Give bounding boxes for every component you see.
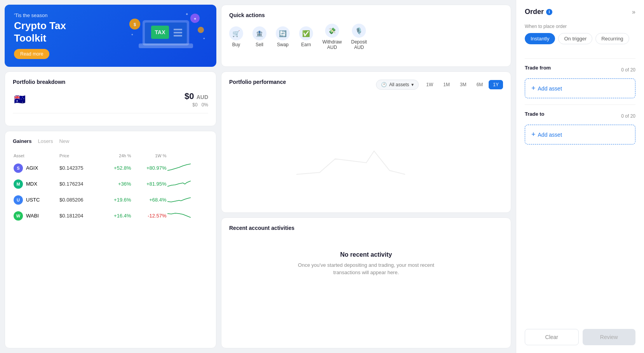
time-1w-button[interactable]: 1W [422,80,437,89]
time-1m-button[interactable]: 1M [439,80,454,89]
agix-1w: +80.97% [132,160,167,176]
clear-button[interactable]: Clear [525,329,579,345]
no-activity-title: No recent activity [340,251,392,258]
svg-text:$: $ [134,22,136,27]
add-asset-to-label: Add asset [538,132,562,138]
agix-icon: S [14,163,23,173]
svg-point-12 [198,27,204,33]
action-deposit-label: DepositAUD [351,39,367,50]
no-activity-description: Once you've started depositing and tradi… [298,261,434,276]
tab-new[interactable]: New [59,138,69,146]
action-sell-label: Sell [256,42,263,47]
asset-filter-dropdown[interactable]: 🕐 All assets ▾ [376,80,419,90]
action-buy[interactable]: 🛒 Buy [229,26,243,47]
time-6m-button[interactable]: 6M [472,80,487,89]
banner-read-more-button[interactable]: Read more [14,49,49,59]
add-asset-from-button[interactable]: + Add asset [525,78,635,98]
banner-decoration-icon: TAX $ ✦ ✦ ✦ ✦ [123,9,209,67]
time-period-buttons: 1W 1M 3M 6M 1Y [422,80,503,89]
banner-subtitle: 'Tis the season [14,12,66,18]
action-swap[interactable]: 🔄 Swap [276,26,290,47]
portfolio-change: $0 0% [184,102,208,108]
action-withdraw-label: WithdrawAUD [322,39,342,50]
order-panel: Order i » When to place order Instantly … [516,0,644,353]
agix-price: $0.142375 [59,160,101,176]
tab-recurring[interactable]: Recurring [595,33,629,44]
time-1y-button[interactable]: 1Y [489,80,503,89]
add-from-plus-icon: + [531,84,536,92]
trade-to-count: 0 of 20 [621,113,635,119]
portfolio-amount: $0 AUD [184,91,208,101]
svg-text:TAX: TAX [155,29,166,35]
tab-gainers[interactable]: Gainers [13,138,31,146]
sell-icon: 🏦 [252,26,266,40]
portfolio-breakdown-panel: Portfolio breakdown 🇦🇺 $0 AUD $0 0% [5,71,216,126]
trade-from-label: Trade from [525,65,551,71]
withdraw-icon: 💸 [325,24,339,38]
mdx-1w: +81.95% [132,176,167,191]
ustc-sparkline [167,195,191,204]
mdx-sparkline [167,179,191,188]
chart-placeholder [273,112,460,190]
action-deposit[interactable]: 🎙️ DepositAUD [351,24,367,50]
order-expand-icon[interactable]: » [632,9,635,16]
chart-area [229,97,503,205]
ustc-price: $0.085206 [59,192,101,207]
order-info-icon[interactable]: i [546,9,552,15]
portfolio-row: 🇦🇺 $0 AUD $0 0% [13,91,208,108]
trade-to-row: Trade to 0 of 20 [525,111,635,121]
table-row[interactable]: S AGIX $0.142375 +52.8% +80.97% [14,160,207,176]
quick-actions-panel: Quick actions 🛒 Buy 🏦 Sell 🔄 Swap ✅ Earn [221,5,511,67]
action-buy-label: Buy [232,42,240,47]
tab-on-trigger[interactable]: On trigger [558,33,592,44]
svg-text:✦: ✦ [131,33,134,37]
ustc-icon: U [14,195,23,205]
action-withdraw[interactable]: 💸 WithdrawAUD [322,24,342,50]
gainers-table: Asset Price 24h % 1W % S AG [13,151,208,224]
filter-chevron-icon: ▾ [411,82,414,87]
mdx-24h: +36% [101,176,131,191]
table-row[interactable]: W WABI $0.181204 +16.4% -12.57% [14,208,207,223]
ustc-24h: +19.6% [101,192,131,207]
order-title: Order [525,8,544,16]
gainers-table-body: S AGIX $0.142375 +52.8% +80.97% [14,160,207,223]
add-asset-from-label: Add asset [538,85,562,92]
gainers-panel: Gainers Losers New Asset Price 24h % 1W … [5,131,216,348]
wabi-24h: +16.4% [101,208,131,223]
table-row[interactable]: M MDX $0.176234 +36% +81.95% [14,176,207,191]
wabi-price: $0.181204 [59,208,101,223]
action-sell[interactable]: 🏦 Sell [252,26,266,47]
order-timing-tabs: Instantly On trigger Recurring [525,33,635,44]
mdx-icon: M [14,179,23,189]
swap-icon: 🔄 [276,26,290,40]
tab-instantly[interactable]: Instantly [525,33,555,44]
quick-actions-title: Quick actions [229,12,503,18]
svg-rect-6 [174,32,182,33]
no-activity-state: No recent activity Once you've started d… [229,236,503,291]
banner-illustration: TAX $ ✦ ✦ ✦ ✦ [123,9,209,67]
recent-activities-panel: Recent account activities No recent acti… [221,217,511,348]
svg-text:✦: ✦ [185,12,188,16]
col-chart [167,152,207,160]
order-header: Order i » [525,8,635,16]
col-price: Price [59,152,101,160]
filter-label: All assets [389,82,409,87]
svg-text:✦: ✦ [193,17,197,21]
asset-symbol: WABI [26,213,39,219]
add-asset-to-button[interactable]: + Add asset [525,125,635,144]
time-3m-button[interactable]: 3M [456,80,471,89]
mdx-price: $0.176234 [59,176,101,191]
perf-controls: 🕐 All assets ▾ 1W 1M 3M 6M 1Y [376,80,503,90]
order-footer: Clear Review [525,329,635,345]
action-earn[interactable]: ✅ Earn [299,26,313,47]
action-earn-label: Earn [301,42,311,47]
col-24h: 24h % [101,152,131,160]
table-row[interactable]: U USTC $0.085206 +19.6% +68.4% [14,192,207,207]
agix-24h: +52.8% [101,160,131,176]
ustc-1w: +68.4% [132,192,167,207]
svg-rect-5 [174,29,182,30]
asset-symbol: AGIX [26,165,38,171]
tab-losers[interactable]: Losers [38,138,53,146]
action-swap-label: Swap [277,42,289,47]
asset-symbol: USTC [26,197,40,203]
